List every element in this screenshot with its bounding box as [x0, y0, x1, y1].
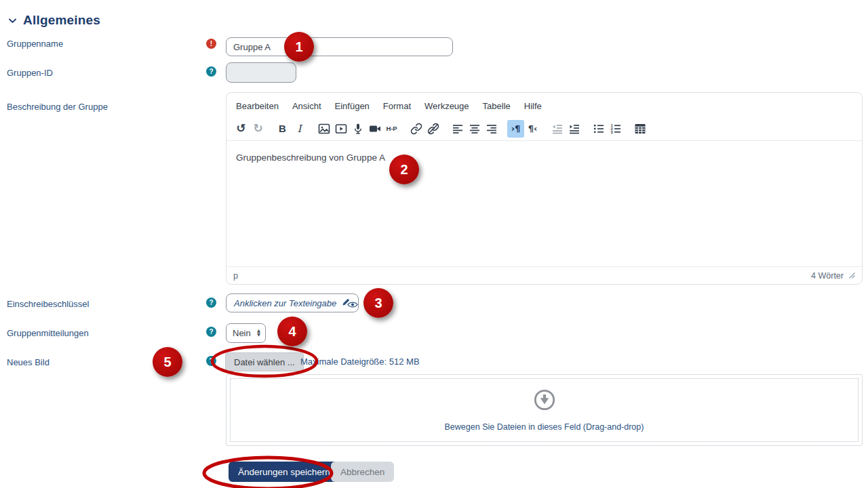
- question-circle-icon[interactable]: ?: [206, 356, 216, 366]
- annotation-badge-5: 5: [153, 347, 182, 377]
- label-gruppenmitteilungen: Gruppenmitteilungen: [7, 328, 89, 338]
- editor-content[interactable]: Gruppenbeschreibung von Gruppe A: [226, 141, 862, 266]
- exclamation-circle-icon: !: [206, 39, 216, 49]
- section-title: Allgemeines: [23, 13, 100, 28]
- section-header: Allgemeines: [8, 13, 100, 28]
- align-center-icon[interactable]: [466, 120, 483, 138]
- editor-menu-item[interactable]: Hilfe: [524, 101, 542, 111]
- editor-menubar: BearbeitenAnsichtEinfügenFormatWerkzeuge…: [226, 93, 862, 117]
- dropzone-text: Bewegen Sie Dateien in dieses Feld (Drag…: [445, 422, 644, 432]
- link-icon[interactable]: [408, 120, 425, 138]
- editor-menu-item[interactable]: Einfügen: [335, 101, 370, 111]
- label-gruppenname: Gruppenname: [7, 39, 63, 49]
- unlink-icon[interactable]: [425, 120, 441, 138]
- bold-icon[interactable]: B: [274, 120, 291, 138]
- ltr-icon[interactable]: ›¶: [507, 120, 524, 138]
- gruppenname-input[interactable]: [226, 37, 453, 56]
- chevron-down-icon[interactable]: [8, 16, 17, 25]
- rtl-icon[interactable]: ¶‹: [524, 120, 541, 138]
- einschreibeschluessel-inline-edit[interactable]: Anklicken zur Texteingabe: [226, 293, 359, 312]
- file-picker-button[interactable]: Datei wählen ...: [225, 352, 304, 371]
- gruppenmitteilungen-select[interactable]: Nein ▲▼: [226, 323, 266, 343]
- gruppen-id-input[interactable]: [226, 62, 296, 83]
- media-icon[interactable]: [332, 120, 349, 138]
- label-einschreibeschluessel: Einschreibeschlüssel: [7, 299, 89, 309]
- italic-icon[interactable]: I: [291, 120, 308, 138]
- max-file-size: Maximale Dateigröße: 512 MB: [300, 357, 420, 367]
- annotation-badge-4: 4: [277, 317, 307, 346]
- group-edit-form: Allgemeines Gruppenname ! Gruppen-ID ? B…: [0, 0, 868, 488]
- question-circle-icon[interactable]: ?: [206, 66, 216, 77]
- image-icon[interactable]: [315, 120, 332, 138]
- inline-edit-placeholder: Anklicken zur Texteingabe: [234, 298, 336, 308]
- select-caret-icon: ▲▼: [257, 329, 260, 337]
- file-dropzone[interactable]: Bewegen Sie Dateien in dieses Feld (Drag…: [226, 374, 863, 446]
- outdent-icon[interactable]: [549, 120, 566, 138]
- annotation-badge-1: 1: [284, 32, 314, 62]
- word-count: 4 Wörter: [811, 271, 844, 281]
- numbered-list-icon[interactable]: 123: [607, 120, 624, 138]
- record-audio-icon[interactable]: [349, 120, 366, 138]
- align-right-icon[interactable]: [483, 120, 500, 138]
- download-arrow-circle-icon: [533, 388, 556, 414]
- editor-element-path[interactable]: p: [233, 271, 238, 281]
- editor-statusbar: p 4 Wörter: [226, 266, 862, 284]
- annotation-badge-2: 2: [389, 155, 419, 184]
- undo-icon[interactable]: ↺: [233, 120, 250, 138]
- table-icon[interactable]: [631, 120, 648, 138]
- select-value: Nein: [233, 328, 251, 338]
- question-circle-icon[interactable]: ?: [206, 298, 216, 308]
- bullet-list-icon[interactable]: [590, 120, 607, 138]
- eye-icon[interactable]: [347, 299, 358, 311]
- align-left-icon[interactable]: [449, 120, 466, 138]
- rich-text-editor: BearbeitenAnsichtEinfügenFormatWerkzeuge…: [226, 92, 863, 285]
- save-button[interactable]: Änderungen speichern: [229, 462, 340, 482]
- svg-text:3: 3: [610, 129, 613, 134]
- editor-menu-item[interactable]: Format: [383, 101, 411, 111]
- record-video-icon[interactable]: [366, 120, 383, 138]
- editor-menu-item[interactable]: Tabelle: [483, 101, 511, 111]
- annotation-badge-3: 3: [363, 288, 393, 318]
- editor-menu-item[interactable]: Ansicht: [292, 101, 321, 111]
- question-circle-icon[interactable]: ?: [206, 327, 216, 337]
- redo-icon[interactable]: ↻: [250, 120, 267, 138]
- file-dropzone-inner: Bewegen Sie Dateien in dieses Feld (Drag…: [230, 378, 859, 442]
- label-beschreibung: Beschreibung der Gruppe: [7, 102, 108, 112]
- indent-icon[interactable]: [566, 120, 583, 138]
- editor-menu-item[interactable]: Bearbeiten: [236, 101, 279, 111]
- editor-toolbar: ↺↻BIH-P›¶¶‹123: [226, 117, 862, 141]
- cancel-button[interactable]: Abbrechen: [331, 462, 394, 482]
- label-gruppen-id: Gruppen-ID: [7, 68, 53, 78]
- h5p-icon[interactable]: H-P: [383, 120, 400, 138]
- editor-menu-item[interactable]: Werkzeuge: [425, 101, 469, 111]
- resize-grip-icon[interactable]: [848, 271, 855, 281]
- label-neues-bild: Neues Bild: [7, 357, 50, 367]
